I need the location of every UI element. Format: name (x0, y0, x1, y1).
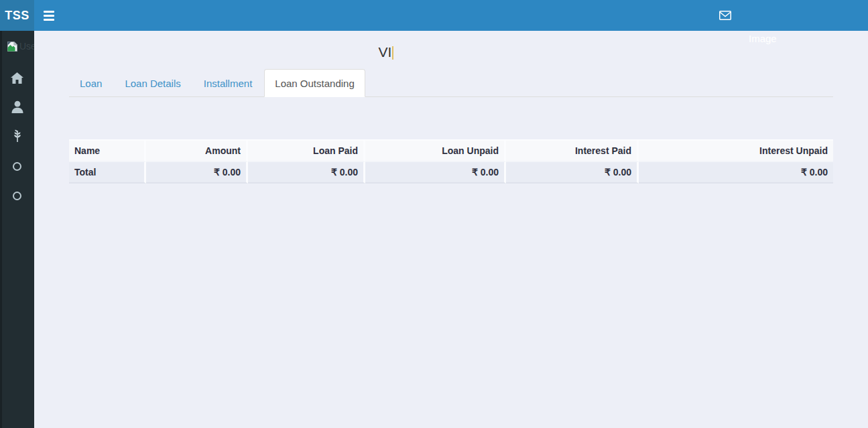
circle-icon (13, 192, 21, 200)
sidebar-item-plant[interactable] (0, 127, 34, 144)
table-header-row: Name Amount Loan Paid Loan Unpaid Intere… (69, 139, 833, 162)
total-loan-unpaid: ₹ 0.00 (365, 162, 506, 184)
left-sidebar: User Image (0, 31, 34, 428)
tab-loan-details[interactable]: Loan Details (114, 69, 191, 97)
text-caret (392, 46, 393, 60)
loan-tabs: Loan Loan Details Installment Loan Outst… (69, 69, 833, 97)
total-loan-paid: ₹ 0.00 (248, 162, 365, 184)
total-amount: ₹ 0.00 (146, 162, 248, 184)
main-content: Image VI Loan Loan Details Installment L… (34, 31, 868, 428)
page-title: VI (34, 44, 738, 60)
total-label: Total (69, 162, 146, 184)
tab-installment[interactable]: Installment (193, 69, 263, 97)
user-icon (11, 100, 23, 113)
sidebar-item-users[interactable] (0, 98, 34, 115)
sidebar-toggle-button[interactable] (34, 0, 64, 31)
home-icon (11, 72, 23, 84)
column-header-loan-paid: Loan Paid (248, 139, 365, 162)
sidebar-item-circle-1[interactable] (0, 157, 34, 175)
total-interest-paid: ₹ 0.00 (506, 162, 639, 184)
column-header-loan-unpaid: Loan Unpaid (365, 139, 506, 162)
hamburger-icon (44, 11, 54, 13)
user-image-alt-text: User Image (19, 41, 34, 52)
broken-avatar-alt-text: Image (749, 33, 777, 44)
top-navbar: TSS (0, 0, 868, 31)
sidebar-item-circle-2[interactable] (0, 187, 34, 204)
broken-image-icon (7, 41, 18, 52)
sidebar-user-panel: User Image (7, 40, 34, 53)
column-header-interest-unpaid: Interest Unpaid (639, 139, 833, 162)
table-row-total: Total ₹ 0.00 ₹ 0.00 ₹ 0.00 ₹ 0.00 ₹ 0.00 (69, 162, 833, 184)
envelope-icon (719, 11, 731, 20)
plant-icon (13, 129, 22, 142)
column-header-amount: Amount (146, 139, 248, 162)
total-interest-unpaid: ₹ 0.00 (639, 162, 833, 184)
column-header-name: Name (69, 139, 146, 162)
messages-button[interactable] (710, 0, 740, 31)
loan-outstanding-table: Name Amount Loan Paid Loan Unpaid Intere… (69, 139, 833, 184)
tab-loan-outstanding[interactable]: Loan Outstanding (264, 69, 365, 97)
circle-icon (13, 162, 21, 171)
column-header-interest-paid: Interest Paid (506, 139, 639, 162)
tab-loan[interactable]: Loan (69, 69, 113, 97)
brand-logo[interactable]: TSS (0, 0, 34, 31)
sidebar-item-home[interactable] (0, 69, 34, 86)
